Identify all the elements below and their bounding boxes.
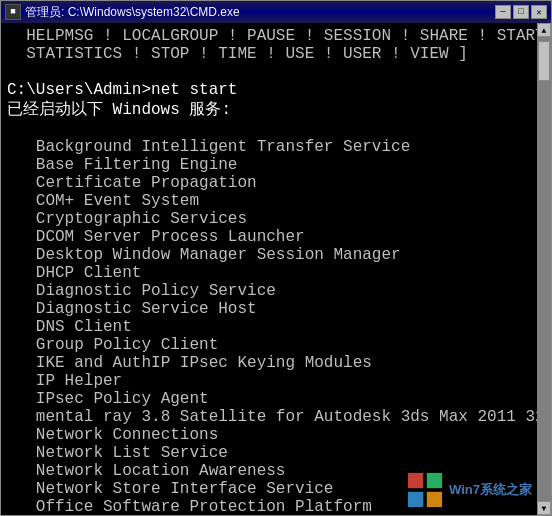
cmd-line: Certificate Propagation [7,174,545,192]
windows-logo-icon [407,472,443,508]
cmd-line: 已经启动以下 Windows 服务: [7,99,545,120]
cmd-line: HELPMSG ! LOCALGROUP ! PAUSE ! SESSION !… [7,27,545,45]
svg-rect-3 [427,492,442,507]
title-bar-buttons: ─ □ ✕ [495,5,547,19]
minimize-button[interactable]: ─ [495,5,511,19]
cmd-line: IP Helper [7,372,545,390]
cmd-line [7,120,545,138]
cmd-line: Cryptographic Services [7,210,545,228]
cmd-line: COM+ Event System [7,192,545,210]
cmd-line: Diagnostic Policy Service [7,282,545,300]
watermark: Win7系统之家 [407,472,532,508]
scroll-up-button[interactable]: ▲ [537,23,551,37]
scrollbar[interactable]: ▲ ▼ [537,23,551,515]
title-bar: ■ 管理员: C:\Windows\system32\CMD.exe ─ □ ✕ [1,1,551,23]
cmd-window: ■ 管理员: C:\Windows\system32\CMD.exe ─ □ ✕… [0,0,552,516]
cmd-line: Desktop Window Manager Session Manager [7,246,545,264]
cmd-line: Base Filtering Engine [7,156,545,174]
cmd-line: IPsec Policy Agent [7,390,545,408]
cmd-line: DHCP Client [7,264,545,282]
cmd-line [7,63,545,81]
scroll-down-button[interactable]: ▼ [537,501,551,515]
cmd-line: mental ray 3.8 Satellite for Autodesk 3d… [7,408,545,426]
cmd-line: DCOM Server Process Launcher [7,228,545,246]
svg-rect-0 [408,473,423,488]
cmd-line: DNS Client [7,318,545,336]
cmd-line: C:\Users\Admin>net start [7,81,545,99]
title-bar-text: 管理员: C:\Windows\system32\CMD.exe [25,4,495,21]
cmd-line: IKE and AuthIP IPsec Keying Modules [7,354,545,372]
cmd-line: STATISTICS ! STOP ! TIME ! USE ! USER ! … [7,45,545,63]
close-button[interactable]: ✕ [531,5,547,19]
content-area: HELPMSG ! LOCALGROUP ! PAUSE ! SESSION !… [1,23,551,515]
cmd-line: Background Intelligent Transfer Service [7,138,545,156]
lines-container: HELPMSG ! LOCALGROUP ! PAUSE ! SESSION !… [1,23,551,515]
cmd-line: Network List Service [7,444,545,462]
scroll-thumb[interactable] [538,41,550,81]
scroll-track [537,37,551,501]
watermark-site: Win7系统之家 [449,481,532,499]
cmd-line: Group Policy Client [7,336,545,354]
svg-rect-2 [408,492,423,507]
title-bar-icon: ■ [5,4,21,20]
cmd-line: Network Connections [7,426,545,444]
svg-rect-1 [427,473,442,488]
maximize-button[interactable]: □ [513,5,529,19]
cmd-line: Diagnostic Service Host [7,300,545,318]
